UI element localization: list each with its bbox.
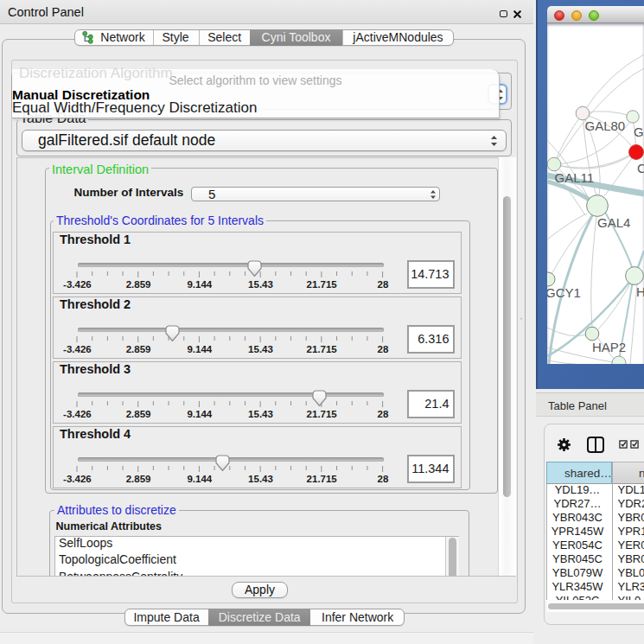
svg-text:GAL80: GAL80 [585, 118, 626, 133]
svg-text:GAL4: GAL4 [597, 215, 630, 230]
svg-text:H: H [636, 284, 644, 299]
svg-text:HAP2: HAP2 [592, 340, 626, 354]
svg-text:GA: GA [634, 124, 644, 139]
svg-text:C: C [637, 161, 644, 175]
svg-text:GCY1: GCY1 [547, 285, 581, 300]
svg-text:GAL11: GAL11 [555, 170, 595, 185]
